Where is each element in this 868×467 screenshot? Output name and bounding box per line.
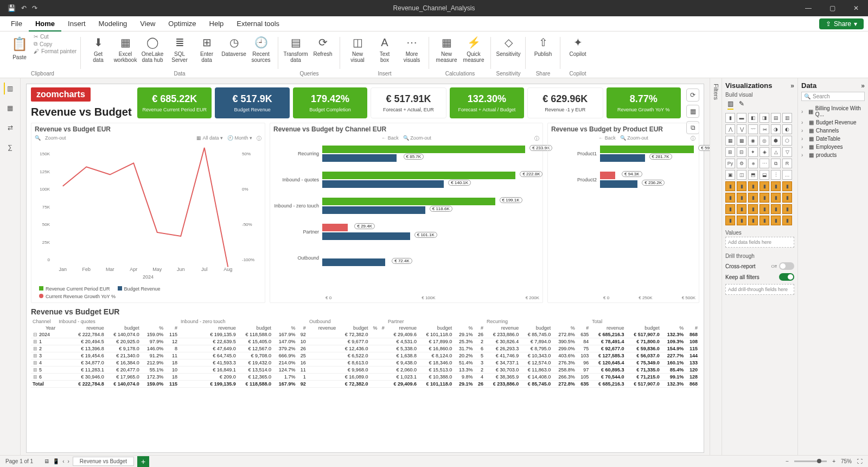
matrix-table[interactable]: Revenue vs Budget EUR ChannelInbound - q… bbox=[31, 307, 699, 451]
ribbon-button[interactable]: ≣SQLServer bbox=[167, 34, 193, 63]
zoomcharts-viz-icon[interactable]: ▮ bbox=[771, 216, 781, 225]
ribbon-button[interactable]: ◫Newvisual bbox=[344, 34, 371, 63]
keep-filters-toggle[interactable] bbox=[779, 273, 794, 281]
kpi-card[interactable]: 179.42%Budget Completion bbox=[293, 87, 367, 118]
chart-by-product[interactable]: Revenue vs Budget by Product EUR ⓘ ← Bac… bbox=[547, 123, 699, 303]
save-icon[interactable]: 💾 bbox=[8, 4, 16, 12]
zoomcharts-viz-icon[interactable]: ▮ bbox=[782, 181, 792, 191]
table-row[interactable]: ⊟2024€ 222,784.8€ 140,074.0159.0%115€ 19… bbox=[31, 331, 699, 338]
calendar-icon[interactable]: ▦ bbox=[686, 105, 699, 118]
zoomcharts-viz-icon[interactable]: ▮ bbox=[748, 204, 758, 214]
table-row[interactable]: ⊞1€ 20,494.5€ 20,925.097.9%12€ 22,639.5€… bbox=[31, 338, 699, 345]
viz-type-icon[interactable]: ⬡ bbox=[782, 136, 792, 146]
viz-type-icon[interactable]: ◐ bbox=[782, 124, 792, 134]
viz-type-icon[interactable]: ✦ bbox=[748, 147, 758, 157]
viz-type-icon[interactable]: ⋀ bbox=[725, 124, 735, 134]
data-table-node[interactable]: ›▦Channels bbox=[801, 127, 865, 135]
viz-type-icon[interactable]: ⊟ bbox=[737, 147, 746, 157]
data-table-node[interactable]: ›▦Budget Revenue bbox=[801, 118, 865, 127]
viz-type-icon[interactable]: ◫ bbox=[737, 170, 746, 180]
viz-type-icon[interactable]: ▣ bbox=[725, 170, 735, 180]
ribbon-button[interactable]: ▦Newmeasure bbox=[433, 34, 459, 63]
zoomcharts-viz-icon[interactable]: ▮ bbox=[782, 204, 792, 214]
values-field-well[interactable]: Add data fields here bbox=[725, 237, 794, 248]
viz-type-icon[interactable]: ▮ bbox=[725, 113, 735, 123]
viz-type-icon[interactable]: ⬓ bbox=[760, 170, 769, 180]
viz-type-icon[interactable]: ▥ bbox=[782, 113, 792, 123]
menu-insert[interactable]: Insert bbox=[61, 16, 92, 31]
kpi-card[interactable]: € 629.96KRevenue -1 y EUR bbox=[527, 87, 603, 118]
fit-page-icon[interactable]: ⛶ bbox=[857, 458, 863, 464]
minimize-icon[interactable]: — bbox=[796, 4, 820, 12]
close-icon[interactable]: ✕ bbox=[844, 4, 868, 12]
zoom-slider[interactable] bbox=[794, 460, 827, 462]
zoomcharts-viz-icon[interactable]: ▮ bbox=[748, 216, 758, 225]
zoomcharts-viz-icon[interactable]: ▮ bbox=[771, 204, 781, 214]
format-painter-button[interactable]: 🖌 Format painter bbox=[34, 48, 76, 54]
data-table-node[interactable]: ›▦Employees bbox=[801, 143, 865, 151]
zoomcharts-viz-icon[interactable]: ▮ bbox=[725, 193, 735, 203]
filters-pane-collapsed[interactable]: Filters bbox=[710, 78, 722, 455]
viz-type-icon[interactable]: ▤ bbox=[771, 113, 781, 123]
ribbon-button[interactable]: ⬇Getdata bbox=[85, 34, 111, 63]
report-view-icon[interactable]: ▥ bbox=[4, 83, 16, 94]
data-search-input[interactable]: 🔍Search bbox=[801, 92, 865, 101]
zoomcharts-viz-icon[interactable]: ▮ bbox=[748, 193, 758, 203]
zoomcharts-viz-icon[interactable]: ▮ bbox=[737, 193, 746, 203]
menu-view[interactable]: View bbox=[133, 16, 162, 31]
table-row[interactable]: ⊞2€ 13,396.8€ 9,178.0146.0%8€ 47,649.0€ … bbox=[31, 345, 699, 352]
chevron-right-icon[interactable]: » bbox=[790, 82, 794, 90]
kpi-card[interactable]: € 685.22KRevenue Current Period EUR bbox=[137, 87, 212, 118]
viz-type-icon[interactable]: ⬒ bbox=[748, 170, 758, 180]
undo-icon[interactable]: ↶ bbox=[21, 4, 27, 12]
viz-type-icon[interactable]: ⚙ bbox=[737, 159, 746, 168]
viz-type-icon[interactable]: ◎ bbox=[760, 136, 769, 146]
desktop-layout-icon[interactable]: 🖥 bbox=[44, 458, 49, 464]
ribbon-button[interactable]: ⋯Morevisuals bbox=[399, 34, 425, 63]
zoomcharts-viz-icon[interactable]: ▮ bbox=[725, 204, 735, 214]
table-row[interactable]: ⊞5€ 11,283.1€ 20,477.055.1%10€ 16,849.1€… bbox=[31, 367, 699, 374]
zoomcharts-viz-icon[interactable]: ▮ bbox=[771, 181, 781, 191]
ribbon-button[interactable]: ✦Copilot bbox=[565, 34, 591, 57]
menu-help[interactable]: Help bbox=[203, 16, 231, 31]
kpi-card[interactable]: 8.77%Revenue Growth YoY % bbox=[607, 87, 681, 118]
data-table-node[interactable]: ›▦products bbox=[801, 151, 865, 159]
ribbon-button[interactable]: ▦Excelworkbook bbox=[112, 34, 138, 63]
viz-type-icon[interactable]: ⎈ bbox=[748, 159, 758, 168]
ribbon-button[interactable]: ◯OneLakedata hub bbox=[139, 34, 165, 63]
zoomcharts-viz-icon[interactable]: ▮ bbox=[725, 216, 735, 225]
ribbon-button[interactable]: ◷Dataverse bbox=[221, 34, 247, 57]
paste-button[interactable]: 📋 Paste bbox=[9, 34, 30, 60]
drillthrough-field-well[interactable]: Add drill-through fields here bbox=[725, 284, 794, 295]
zoomcharts-viz-icon[interactable]: ▮ bbox=[737, 216, 746, 225]
ribbon-button[interactable]: 🕘Recentsources bbox=[248, 34, 274, 63]
cut-button[interactable]: ✂ Cut bbox=[34, 34, 76, 40]
zoomcharts-viz-icon[interactable]: ▮ bbox=[760, 216, 769, 225]
chart-by-channel[interactable]: Revenue vs Budget by Channel EUR ⓘ ← Bac… bbox=[270, 123, 543, 303]
viz-type-icon[interactable]: 〰 bbox=[748, 124, 758, 134]
kpi-card[interactable]: € 517.91KForecast + Actual, EUR bbox=[371, 87, 446, 118]
menu-external-tools[interactable]: External tools bbox=[230, 16, 286, 31]
viz-type-icon[interactable]: ⫘ bbox=[760, 124, 769, 134]
maximize-icon[interactable]: ▢ bbox=[820, 4, 844, 12]
zoomcharts-viz-icon[interactable]: ▮ bbox=[737, 204, 746, 214]
model-view-icon[interactable]: ⇄ bbox=[4, 122, 16, 134]
mobile-layout-icon[interactable]: 📱 bbox=[53, 458, 59, 464]
data-table-node[interactable]: ›▦Billing Invoice With Q... bbox=[801, 104, 865, 118]
viz-type-icon[interactable]: … bbox=[782, 170, 792, 180]
add-page-button[interactable]: + bbox=[137, 456, 149, 467]
viz-type-icon[interactable]: ▽ bbox=[782, 147, 792, 157]
viz-type-icon[interactable]: ▩ bbox=[737, 136, 746, 146]
table-row[interactable]: ⊞6€ 30,946.0€ 17,965.0172.3%18€ 209.0€ 1… bbox=[31, 374, 699, 381]
zoomcharts-viz-icon[interactable]: ▮ bbox=[737, 181, 746, 191]
viz-type-icon[interactable]: R bbox=[782, 159, 792, 168]
table-view-icon[interactable]: ▦ bbox=[4, 102, 16, 114]
chevron-right-icon[interactable]: » bbox=[861, 82, 865, 90]
ribbon-button[interactable]: ⚡Quickmeasure bbox=[461, 34, 487, 63]
zoomcharts-viz-icon[interactable]: ▮ bbox=[760, 193, 769, 203]
viz-type-icon[interactable]: ⧉ bbox=[771, 159, 781, 168]
data-table-node[interactable]: ›▦DateTable bbox=[801, 135, 865, 143]
cross-report-toggle[interactable] bbox=[779, 262, 794, 270]
zoomcharts-viz-icon[interactable]: ▮ bbox=[782, 193, 792, 203]
ribbon-button[interactable]: ⇧Publish bbox=[530, 34, 556, 57]
